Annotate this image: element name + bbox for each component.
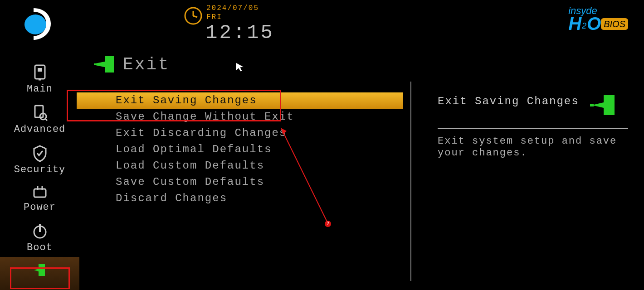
boot-icon — [32, 222, 48, 240]
bios-logo: insyde H 2 O BIOS — [568, 6, 628, 32]
svg-rect-10 — [34, 189, 46, 197]
vertical-divider — [410, 82, 411, 281]
svg-point-0 — [24, 14, 46, 34]
svg-rect-15 — [39, 264, 45, 276]
menu-item-discard-changes[interactable]: Discard Changes — [79, 190, 410, 207]
menu-item-load-optimal-defaults[interactable]: Load Optimal Defaults — [79, 141, 410, 158]
svg-marker-21 — [236, 63, 244, 72]
exit-icon — [32, 262, 48, 278]
svg-rect-17 — [604, 95, 615, 115]
sidebar-item-label: Security — [14, 164, 66, 175]
sidebar-item-power[interactable]: Power — [0, 179, 79, 217]
info-panel: Exit Saving Changes Exit system setup an… — [438, 95, 628, 159]
sidebar-item-exit[interactable] — [0, 257, 79, 290]
clock-time: 12:15 — [205, 22, 274, 44]
menu-item-exit-discarding-changes[interactable]: Exit Discarding Changes — [79, 125, 410, 141]
svg-line-9 — [45, 119, 47, 121]
sidebar-item-main[interactable]: Main — [0, 58, 79, 98]
clock-day: FRI — [206, 13, 274, 22]
security-icon — [32, 144, 48, 162]
svg-rect-4 — [35, 65, 45, 79]
menu-item-exit-saving-changes[interactable]: Exit Saving Changes — [77, 92, 403, 109]
info-description: Exit system setup and save your changes. — [438, 135, 619, 159]
sidebar-item-label: Main — [27, 83, 53, 95]
sidebar-item-advanced[interactable]: Advanced — [0, 98, 79, 139]
clock-area: 2024/07/05 FRI 12:15 — [184, 4, 274, 44]
clock-icon — [184, 6, 203, 28]
sidebar: Main Advanced Security Power Boot — [0, 45, 79, 290]
menu-item-save-custom-defaults[interactable]: Save Custom Defaults — [79, 174, 410, 190]
clock-date: 2024/07/05 — [206, 4, 274, 13]
power-icon — [32, 184, 48, 200]
svg-rect-5 — [38, 68, 42, 72]
page-title: Exit — [93, 54, 170, 74]
svg-line-3 — [193, 16, 197, 17]
sidebar-item-security[interactable]: Security — [0, 139, 79, 179]
svg-rect-16 — [105, 56, 114, 72]
advanced-icon — [32, 104, 48, 122]
brand-logo — [18, 5, 57, 46]
sidebar-item-label: Power — [24, 202, 56, 213]
exit-icon — [93, 54, 117, 74]
annotation-badge: 2 — [325, 221, 331, 227]
svg-rect-7 — [35, 106, 43, 117]
mouse-cursor — [235, 62, 246, 72]
menu-item-load-custom-defaults[interactable]: Load Custom Defaults — [79, 158, 410, 174]
exit-menu: Exit Saving Changes Save Change Without … — [79, 82, 410, 207]
sidebar-item-boot[interactable]: Boot — [0, 217, 79, 257]
sidebar-item-label: Boot — [27, 242, 53, 253]
exit-icon — [587, 92, 619, 120]
sidebar-item-label: Advanced — [14, 124, 66, 135]
main-icon — [32, 63, 48, 82]
menu-item-save-change-without-exit[interactable]: Save Change Without Exit — [79, 109, 410, 125]
